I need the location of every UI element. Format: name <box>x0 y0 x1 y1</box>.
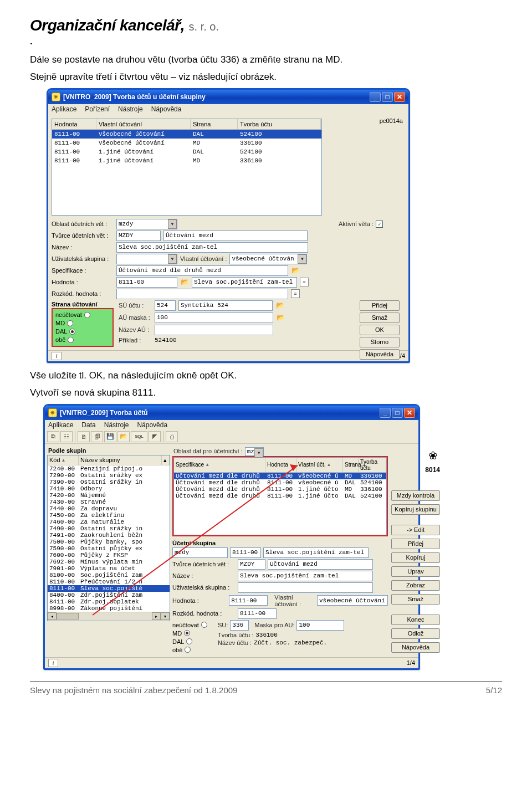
list-item[interactable]: 8100-00Soc.pojištění zam <box>48 572 170 578</box>
field-vlast[interactable] <box>229 254 307 264</box>
scroll-left[interactable]: ◂ <box>48 612 57 620</box>
menu-nastroje[interactable]: Nástroje <box>104 421 129 429</box>
grid-spec[interactable]: Specifikace▲ Hodnota Vlastní účt.▲ Stran… <box>173 457 387 535</box>
print-icon[interactable]: ⎙ <box>166 431 178 442</box>
table-row[interactable]: Účtování mezd dle druhů8111-00všeobecné … <box>174 479 386 486</box>
list-item[interactable]: 7901-00Výplata na účet <box>48 565 170 572</box>
list-item[interactable]: 7460-00Za naturálie <box>48 519 170 525</box>
table-row[interactable]: 8111-00všeobecné účtováníMD336100 <box>52 139 321 147</box>
col-hodnota[interactable]: Hodnota <box>52 119 96 129</box>
btn-ok[interactable]: OK <box>360 325 400 335</box>
list-item[interactable]: 7600-00Půjčky z FKSP <box>48 552 170 559</box>
list-item[interactable]: 7410-00Odbory <box>48 485 170 492</box>
minimize-button[interactable]: _ <box>370 92 381 102</box>
scroll-down[interactable]: ▾ <box>161 612 170 620</box>
list-item[interactable]: 7500-00Půjčky banky, spo <box>48 539 170 545</box>
menu-napoveda[interactable]: Nápověda <box>137 421 167 429</box>
maximize-button[interactable]: □ <box>382 92 393 102</box>
radio2-obe[interactable] <box>185 647 191 653</box>
grid-skupiny[interactable]: Kód▲ Název skupiny ▴ 7240-00Penzijní při… <box>47 455 170 621</box>
btn-mzdy-kontrola[interactable]: Mzdy kontrola <box>391 490 440 501</box>
list-item[interactable]: 8998-00Zákonné pojištění <box>48 605 170 612</box>
table-row[interactable]: Účtování mezd dle druhů8111-001.jiné účt… <box>174 486 386 493</box>
field-su[interactable] <box>155 300 176 311</box>
open-icon[interactable]: 📂 <box>117 431 130 442</box>
nav-icon[interactable]: ⧉ <box>47 431 59 442</box>
save-icon[interactable]: 💾 <box>104 431 116 442</box>
close-button[interactable]: ✕ <box>394 92 405 102</box>
list-icon[interactable]: ≡ <box>300 278 309 286</box>
docs-icon[interactable]: 🗐 <box>91 431 103 442</box>
radio-md[interactable] <box>67 320 73 326</box>
col-tvorba[interactable]: Tvorba účtu <box>238 119 321 129</box>
btn-konec[interactable]: Konec <box>391 615 440 625</box>
folder-icon[interactable]: 📂 <box>276 313 285 322</box>
menu-aplikace[interactable]: Aplikace <box>52 105 76 113</box>
btn-pridej[interactable]: Přidej <box>360 300 400 311</box>
btn-kopiruj[interactable]: Kopíruj <box>391 552 440 563</box>
chevron-down-icon[interactable]: ▼ <box>298 254 306 264</box>
radio-obe[interactable] <box>68 337 74 343</box>
chevron-down-icon[interactable]: ▼ <box>168 254 177 264</box>
btn-uprav[interactable]: Uprav <box>391 566 440 577</box>
grid-ucty[interactable]: Hodnota Vlastní účtování Strana Tvorba ú… <box>52 119 322 216</box>
menu-porizeni[interactable]: Pořízení <box>85 105 110 113</box>
radio2-dal[interactable] <box>186 638 192 644</box>
tree-icon[interactable]: ☷ <box>60 431 73 442</box>
table-row[interactable]: Účtování mezd dle druhů8111-00všeobecné … <box>174 473 386 479</box>
list-icon[interactable]: ≡ <box>291 289 300 298</box>
table-row[interactable]: 8111-00všeobecné účtováníDAL524100 <box>52 130 321 139</box>
radio2-md[interactable] <box>184 630 190 636</box>
btn-odloz[interactable]: Odlož <box>391 628 440 639</box>
btn-kopiruj-skupinu[interactable]: Kopíruj skupinu <box>391 504 440 515</box>
field-tvurce-desc[interactable] <box>163 231 308 241</box>
table-row[interactable]: Účtování mezd dle druhů8111-001.jiné účt… <box>174 493 386 499</box>
btn-smaz[interactable]: Smaž <box>360 313 400 323</box>
radio-dal[interactable] <box>69 329 75 335</box>
list-item[interactable]: 8411-00Zdr.poj.doplatek <box>48 598 170 605</box>
list-item[interactable]: 7440-00Za dopravu <box>48 505 170 512</box>
menu-napoveda[interactable]: Nápověda <box>151 105 182 113</box>
scroll-right[interactable]: ▸ <box>152 612 161 620</box>
list-item[interactable]: 7490-00Ostatní srážky in <box>48 525 170 532</box>
field-nazev[interactable] <box>116 242 308 253</box>
list-item[interactable]: 7390-00Ostatní srážky in <box>48 479 170 485</box>
doc-icon[interactable]: 🗎 <box>78 431 90 442</box>
list-item[interactable]: 8111-00Sleva soc.pojiště <box>48 585 170 592</box>
chevron-down-icon[interactable]: ▼ <box>168 219 177 229</box>
minimize-button[interactable]: _ <box>380 408 391 418</box>
folder-icon[interactable]: 📂 <box>275 301 284 310</box>
btn-napoveda2[interactable]: Nápověda <box>391 642 440 653</box>
folder-icon[interactable]: 📂 <box>180 278 189 286</box>
menu-aplikace[interactable]: Aplikace <box>48 421 73 429</box>
field-rozk[interactable] <box>116 289 288 299</box>
list-item[interactable]: 7420-00Nájemné <box>48 492 170 499</box>
col-strana[interactable]: Strana <box>191 119 238 129</box>
field-hod[interactable] <box>116 277 177 288</box>
list-item[interactable]: 7692-00Mínus výplata min <box>48 559 170 565</box>
checkbox-aktivni[interactable]: ✓ <box>376 221 383 228</box>
field-au[interactable] <box>155 313 273 323</box>
field-tvurce-code[interactable] <box>116 231 161 241</box>
menu-data[interactable]: Data <box>81 421 95 429</box>
hscroll[interactable]: ◂ ▸ ▾ <box>48 612 170 621</box>
menu-nastroje[interactable]: Nástroje <box>118 105 143 113</box>
close-button[interactable]: ✕ <box>404 408 415 418</box>
radio-neuct[interactable] <box>84 312 90 318</box>
filter-icon[interactable]: ◤ <box>149 431 161 442</box>
list-item[interactable]: 7491-00Zaokrouhlení běžn <box>48 532 170 539</box>
field-spec[interactable] <box>116 265 288 276</box>
list-item[interactable]: 8110-00Přeúčtování 1/2 n <box>48 578 170 585</box>
folder-icon[interactable]: 📂 <box>291 266 300 275</box>
list-item[interactable]: 7450-00Za elektřinu <box>48 512 170 519</box>
btn-smaz2[interactable]: Smaž <box>391 594 440 605</box>
scroll-up[interactable]: ▴ <box>162 455 170 465</box>
col-vlastni[interactable]: Vlastní účtování <box>96 119 191 129</box>
btn-edit[interactable]: -> Edit <box>391 525 440 535</box>
list-item[interactable]: 7430-00Stravné <box>48 499 170 505</box>
radio2-neuct[interactable] <box>201 622 207 628</box>
btn-zobraz[interactable]: Zobraz <box>391 580 440 591</box>
list-item[interactable]: 7240-00Penzijní připoj.o <box>48 465 170 472</box>
maximize-button[interactable]: □ <box>392 408 403 418</box>
btn-pridej2[interactable]: Přidej <box>391 539 440 549</box>
